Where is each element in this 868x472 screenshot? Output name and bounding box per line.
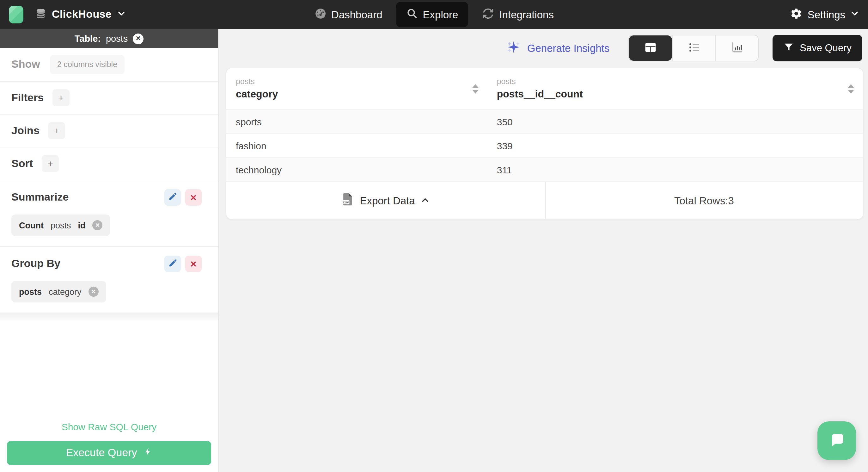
chat-widget-button[interactable]	[817, 421, 856, 460]
column-table-name: posts	[497, 77, 583, 86]
chevron-down-icon	[850, 9, 859, 20]
database-name: ClickHouse	[52, 8, 112, 21]
table-row: sports 350	[226, 109, 863, 133]
database-icon	[35, 7, 47, 22]
bar-chart-icon	[730, 40, 744, 56]
export-data-label: Export Data	[360, 195, 415, 207]
edit-group-by-button[interactable]	[164, 256, 181, 272]
table-row: technology 311	[226, 157, 863, 181]
csv-label: CSV	[343, 201, 349, 204]
nav-item-label: Integrations	[499, 8, 554, 21]
group-by-section: Group By ✕ posts category ✕	[0, 247, 218, 313]
top-navbar: ClickHouse Dashboa	[0, 0, 868, 29]
column-header-category: posts category	[226, 68, 488, 109]
database-selector[interactable]: ClickHouse	[35, 7, 125, 22]
summarize-label: Summarize	[11, 191, 69, 204]
nav-item-label: Dashboard	[331, 8, 382, 21]
table-view-icon	[644, 40, 657, 56]
save-query-button[interactable]: Save Query	[773, 35, 862, 61]
sync-icon	[482, 7, 494, 22]
nav-item-integrations[interactable]: Integrations	[474, 2, 561, 28]
chip-aggregate: Count	[19, 220, 43, 230]
remove-chip-icon[interactable]: ✕	[93, 220, 103, 230]
table-row: fashion 339	[226, 133, 863, 157]
results-area: Generate Insights	[219, 29, 868, 472]
column-header-count: posts posts__id__count	[488, 68, 863, 109]
save-query-label: Save Query	[800, 42, 851, 54]
add-sort-button[interactable]: +	[42, 155, 59, 172]
list-view-button[interactable]	[672, 35, 715, 61]
nav-item-dashboard[interactable]: Dashboard	[307, 2, 390, 28]
show-columns-row: Show 2 columns visible	[0, 48, 218, 82]
edit-summarize-button[interactable]	[164, 189, 181, 206]
close-table-icon[interactable]: ✕	[133, 33, 144, 44]
settings-label: Settings	[808, 8, 845, 21]
lightning-bolt-icon	[143, 446, 152, 460]
results-table: posts category posts posts__id__count	[226, 68, 864, 219]
app-root: ClickHouse Dashboa	[0, 0, 868, 472]
chevron-down-icon	[117, 9, 125, 20]
scroll-shadow	[0, 313, 218, 322]
generate-insights-label: Generate Insights	[527, 42, 610, 54]
joins-label: Joins	[11, 124, 39, 137]
view-toggle-group	[628, 35, 758, 61]
table-footer: CSV Export Data Total Rows:3	[226, 181, 863, 219]
sort-section: Sort +	[0, 147, 218, 180]
remove-group-by-button[interactable]: ✕	[185, 256, 202, 272]
execute-query-label: Execute Query	[66, 447, 137, 459]
generate-insights-button[interactable]: Generate Insights	[506, 39, 610, 57]
column-name: posts__id__count	[497, 89, 583, 100]
filters-section: Filters +	[0, 82, 218, 115]
execute-query-button[interactable]: Execute Query	[7, 441, 211, 465]
chip-column: category	[49, 287, 82, 296]
summarize-chip: Count posts id ✕	[11, 214, 110, 236]
remove-summarize-button[interactable]: ✕	[185, 189, 202, 206]
pencil-icon	[168, 258, 177, 269]
settings-menu[interactable]: Settings	[790, 7, 859, 22]
sort-label: Sort	[11, 157, 33, 170]
gear-icon	[790, 7, 803, 22]
remove-chip-icon[interactable]: ✕	[89, 287, 99, 297]
table-header-name: posts	[106, 33, 128, 43]
group-by-chip: posts category ✕	[11, 281, 106, 302]
chart-view-button[interactable]	[715, 35, 758, 61]
total-rows-label: Total Rows:3	[545, 182, 863, 219]
sparkle-icon	[506, 39, 521, 57]
chip-table: posts	[51, 220, 71, 230]
filters-label: Filters	[11, 91, 43, 104]
cell-category: sports	[226, 110, 488, 133]
gauge-icon	[314, 7, 326, 22]
cell-count: 350	[488, 110, 863, 133]
show-raw-sql-link[interactable]: Show Raw SQL Query	[0, 415, 218, 441]
app-logo[interactable]	[9, 6, 23, 23]
table-header-bar: Table: posts ✕	[0, 29, 218, 48]
group-by-label: Group By	[11, 258, 60, 270]
chip-column: id	[78, 220, 86, 230]
list-view-icon	[687, 40, 701, 56]
summarize-section: Summarize ✕ Count posts id ✕	[0, 180, 218, 247]
sort-arrows-icon[interactable]	[472, 84, 478, 93]
cell-category: fashion	[226, 134, 488, 157]
chat-bubble-icon	[827, 430, 846, 451]
results-toolbar: Generate Insights	[219, 35, 862, 61]
funnel-icon	[783, 41, 794, 55]
add-filter-button[interactable]: +	[53, 89, 69, 106]
nav-item-label: Explore	[423, 8, 458, 21]
search-icon	[406, 8, 418, 22]
chip-table: posts	[19, 287, 42, 296]
joins-section: Joins +	[0, 115, 218, 147]
cell-count: 339	[488, 134, 863, 157]
nav-item-explore[interactable]: Explore	[396, 2, 468, 27]
column-table-name: posts	[236, 77, 278, 86]
table-view-button[interactable]	[629, 35, 672, 61]
add-join-button[interactable]: +	[49, 122, 65, 139]
export-data-button[interactable]: CSV Export Data	[226, 182, 545, 219]
column-name: category	[236, 89, 278, 100]
columns-visible-badge[interactable]: 2 columns visible	[50, 55, 124, 74]
navbar-left: ClickHouse	[9, 6, 125, 23]
table-header-row: posts category posts posts__id__count	[226, 68, 863, 109]
query-sidebar: Table: posts ✕ Show 2 columns visible Fi…	[0, 29, 219, 472]
main-layout: Table: posts ✕ Show 2 columns visible Fi…	[0, 29, 868, 472]
sort-arrows-icon[interactable]	[848, 84, 854, 93]
navbar-menu: Dashboard Explore Integrations	[307, 2, 561, 28]
